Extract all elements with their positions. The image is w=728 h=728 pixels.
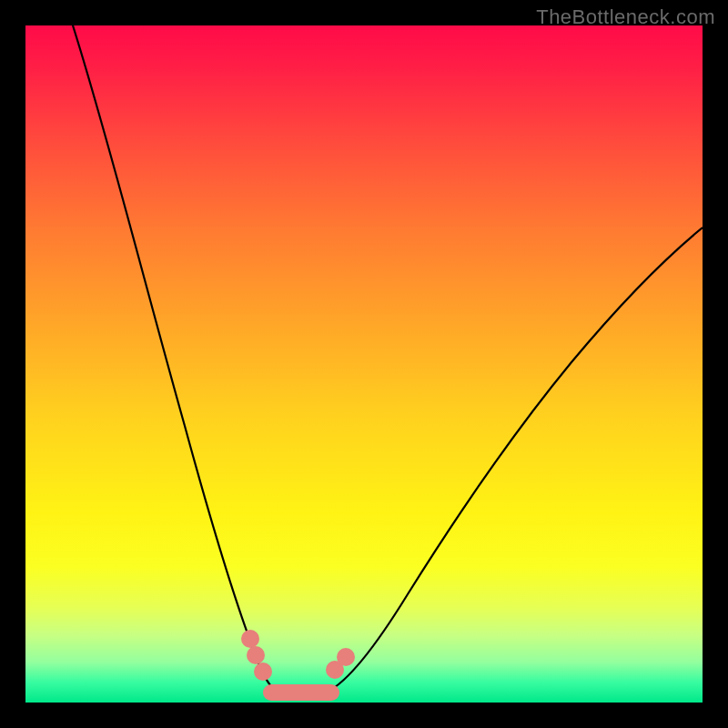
watermark-text: TheBottleneck.com: [536, 5, 715, 29]
marker-dot: [241, 630, 259, 648]
chart-plot-area: [25, 25, 703, 703]
marker-dot: [337, 648, 355, 666]
curve-left-branch: [73, 25, 277, 692]
marker-group: [241, 630, 355, 693]
marker-dot: [254, 662, 272, 681]
curve-right-branch: [328, 228, 703, 692]
chart-svg: [25, 25, 703, 703]
marker-dot: [247, 646, 265, 664]
